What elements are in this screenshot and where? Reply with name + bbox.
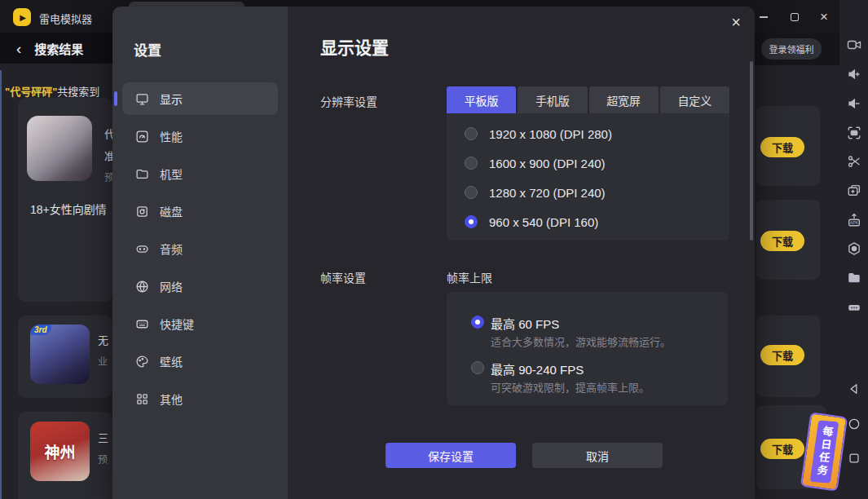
game-card[interactable]: 3rd 无 业	[18, 316, 112, 398]
game-card[interactable]: 神州 三 预	[18, 412, 112, 499]
fullscreen-icon[interactable]	[847, 126, 861, 140]
radio-selected[interactable]	[465, 215, 478, 228]
clipped-text: 三	[98, 430, 108, 445]
game-icon-text: 神州	[30, 422, 90, 481]
search-results-title: 搜索结果	[34, 40, 83, 57]
download-button[interactable]: 下载	[760, 137, 804, 157]
sidebar-item-label: 性能	[160, 128, 183, 144]
settings-nut-icon[interactable]	[847, 241, 861, 256]
globe-icon	[135, 280, 149, 294]
audio-icon	[135, 242, 149, 256]
resolution-option-label: 960 x 540 (DPI 160)	[489, 215, 598, 229]
sidebar-item-label: 机型	[160, 166, 183, 182]
resolution-option[interactable]: 960 x 540 (DPI 160)	[465, 207, 729, 236]
tab-custom[interactable]: 自定义	[660, 86, 729, 113]
radio-unselected[interactable]	[465, 157, 478, 170]
sidebar-item-display[interactable]: 显示	[122, 82, 278, 115]
game-icon: 神州	[30, 422, 90, 481]
volume-up-icon[interactable]	[847, 67, 861, 82]
radio-unselected[interactable]	[465, 127, 478, 140]
radio-unselected[interactable]	[465, 186, 478, 199]
resolution-option[interactable]: 1600 x 900 (DPI 240)	[465, 148, 729, 178]
android-home-icon[interactable]	[847, 417, 861, 431]
framerate-options-panel: 最高 60 FPS 适合大多数情况，游戏能够流畅运行。 最高 90-240 FP…	[447, 292, 728, 405]
grid-icon	[135, 392, 149, 406]
sidebar-item-wallpaper[interactable]: 壁纸	[122, 345, 278, 378]
search-results-header: ‹ 搜索结果	[0, 33, 112, 64]
sidebar-item-shortcuts[interactable]: 快捷键	[122, 307, 278, 340]
search-query: "代号砰砰"	[5, 86, 57, 98]
daily-task-label: 每日任务	[813, 426, 835, 479]
app-title: 雷电模拟器	[39, 11, 92, 26]
download-button[interactable]: 下载	[760, 231, 804, 251]
display-settings-panel: × 显示设置 分辨率设置 平板版 手机版 超宽屏 自定义 1920 x 1080…	[288, 7, 755, 499]
sidebar-item-label: 壁纸	[160, 353, 183, 369]
cancel-button[interactable]: 取消	[532, 443, 663, 468]
fps-option-desc: 可突破游戏限制，提高帧率上限。	[491, 379, 650, 395]
download-button[interactable]: 下载	[760, 345, 804, 365]
minimize-button[interactable]	[751, 10, 776, 24]
tab-tablet[interactable]: 平板版	[447, 86, 516, 113]
sidebar-item-other[interactable]: 其他	[122, 382, 278, 415]
fps-option-title[interactable]: 最高 60 FPS	[491, 315, 559, 332]
multi-window-icon[interactable]	[847, 183, 861, 198]
folder-icon	[135, 167, 149, 181]
resolution-option-label: 1920 x 1080 (DPI 280)	[489, 127, 612, 141]
sidebar-item-performance[interactable]: 性能	[122, 120, 278, 152]
resolution-option-label: 1280 x 720 (DPI 240)	[489, 186, 606, 200]
sidebar-item-label: 网络	[160, 278, 183, 294]
maximize-button[interactable]	[782, 10, 807, 24]
disk-icon	[135, 205, 149, 219]
save-settings-button[interactable]: 保存设置	[386, 443, 516, 468]
keyboard-icon	[135, 317, 149, 331]
android-back-icon[interactable]	[847, 382, 861, 396]
framerate-cap-label: 帧率上限	[447, 269, 492, 285]
game-icon	[27, 116, 92, 181]
folder-icon[interactable]	[847, 271, 861, 285]
sidebar-item-audio[interactable]: 音频	[122, 232, 278, 265]
tab-ultrawide[interactable]: 超宽屏	[589, 86, 659, 113]
scrollbar[interactable]	[750, 61, 753, 241]
radio-unselected[interactable]	[471, 361, 484, 374]
close-icon[interactable]: ×	[727, 13, 745, 31]
android-recents-icon[interactable]	[847, 452, 861, 466]
clipped-text: 业	[98, 354, 108, 368]
tab-phone[interactable]: 手机版	[518, 86, 587, 113]
close-window-button[interactable]: ×	[812, 10, 836, 24]
3rd-badge: 3rd	[30, 325, 51, 335]
scissors-icon[interactable]	[847, 154, 861, 169]
login-rewards-button[interactable]: 登录领福利	[761, 38, 822, 60]
svg-text:APK: APK	[849, 220, 858, 225]
sidebar-item-label: 音频	[160, 241, 183, 257]
sidebar-item-disk[interactable]: 磁盘	[122, 195, 278, 227]
resolution-option-label: 1600 x 900 (DPI 240)	[489, 157, 606, 170]
clipped-text: 预	[98, 452, 108, 466]
resolution-tabs: 平板版 手机版 超宽屏 自定义	[447, 86, 729, 113]
sidebar-item-network[interactable]: 网络	[122, 270, 278, 302]
sidebar-item-label: 显示	[160, 91, 183, 107]
resolution-option[interactable]: 1280 x 720 (DPI 240)	[465, 178, 729, 207]
back-icon[interactable]: ‹	[16, 41, 21, 56]
search-summary-suffix: 共搜索到	[57, 86, 99, 98]
apk-install-icon[interactable]: APK	[846, 213, 861, 228]
sidebar-item-label: 磁盘	[160, 203, 183, 219]
resolution-options-panel: 1920 x 1080 (DPI 280) 1600 x 900 (DPI 24…	[447, 113, 729, 241]
screen-record-icon[interactable]	[847, 38, 861, 52]
resolution-option[interactable]: 1920 x 1080 (DPI 280)	[465, 119, 729, 148]
sidebar-item-label: 其他	[160, 391, 183, 407]
settings-modal: 设置 显示 性能 机型 磁盘 音频	[112, 7, 755, 499]
fps-option-title[interactable]: 最高 90-240 FPS	[491, 360, 584, 378]
fps-option-desc: 适合大多数情况，游戏能够流畅运行。	[491, 333, 671, 349]
resolution-section-label: 分辨率设置	[320, 93, 377, 109]
more-options-icon[interactable]	[847, 300, 861, 315]
volume-down-icon[interactable]	[847, 96, 861, 111]
clipped-text: 无	[98, 332, 108, 347]
framerate-section-label: 帧率设置	[320, 269, 366, 285]
settings-sidebar: 设置 显示 性能 机型 磁盘 音频	[112, 7, 288, 499]
sidebar-item-device-model[interactable]: 机型	[122, 157, 278, 190]
game-card[interactable]: 代 准 预 18+女性向剧情	[18, 98, 112, 302]
game-icon: 3rd	[30, 325, 90, 384]
monitor-icon	[135, 92, 149, 106]
download-button[interactable]: 下载	[760, 439, 804, 459]
radio-selected[interactable]	[471, 316, 484, 329]
